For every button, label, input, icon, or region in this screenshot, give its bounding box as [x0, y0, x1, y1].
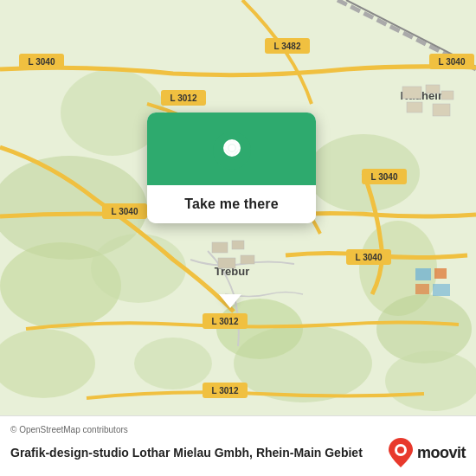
popup-card: Take me there [147, 113, 316, 223]
map-container[interactable]: L 3040 L 3040 L 3040 L 3040 L 3040 L 348… [0, 0, 476, 415]
svg-text:L 3040: L 3040 [356, 253, 383, 262]
moovit-pin-icon [389, 438, 413, 467]
svg-rect-35 [212, 242, 228, 253]
svg-text:L 3040: L 3040 [112, 207, 138, 216]
svg-text:L 3012: L 3012 [170, 93, 197, 103]
moovit-brand-text: moovit [417, 444, 466, 462]
svg-rect-36 [232, 241, 244, 249]
location-pin-icon [213, 132, 251, 170]
svg-text:L 3012: L 3012 [212, 317, 239, 326]
popup-green-area [147, 113, 316, 185]
svg-text:L 3040: L 3040 [371, 172, 398, 182]
attribution-text: © OpenStreetMap contributors [10, 425, 466, 434]
svg-rect-37 [218, 258, 235, 268]
svg-rect-42 [441, 91, 453, 100]
svg-text:L 3040: L 3040 [439, 57, 466, 67]
svg-text:L 3482: L 3482 [274, 42, 301, 51]
svg-point-3 [91, 234, 186, 303]
svg-rect-39 [402, 87, 421, 99]
bottom-bar: © OpenStreetMap contributors Grafik-desi… [0, 415, 476, 476]
take-me-there-button[interactable]: Take me there [147, 185, 316, 223]
popup-tail [219, 294, 241, 308]
svg-point-52 [228, 145, 235, 151]
svg-rect-47 [433, 284, 450, 296]
svg-rect-45 [434, 268, 447, 279]
svg-rect-46 [415, 284, 429, 294]
svg-point-11 [134, 338, 212, 389]
svg-rect-44 [415, 268, 431, 280]
svg-text:L 3012: L 3012 [212, 386, 239, 396]
svg-rect-41 [407, 102, 422, 113]
svg-point-54 [397, 447, 404, 453]
location-title: Grafik-design-studio Lothar Mielau Gmbh,… [10, 445, 380, 460]
svg-point-12 [385, 351, 476, 411]
svg-text:L 3040: L 3040 [29, 57, 55, 67]
bottom-content: Grafik-design-studio Lothar Mielau Gmbh,… [10, 438, 466, 467]
moovit-logo: moovit [389, 438, 466, 467]
svg-rect-40 [426, 85, 440, 93]
svg-rect-38 [241, 255, 254, 264]
svg-rect-43 [433, 104, 450, 116]
